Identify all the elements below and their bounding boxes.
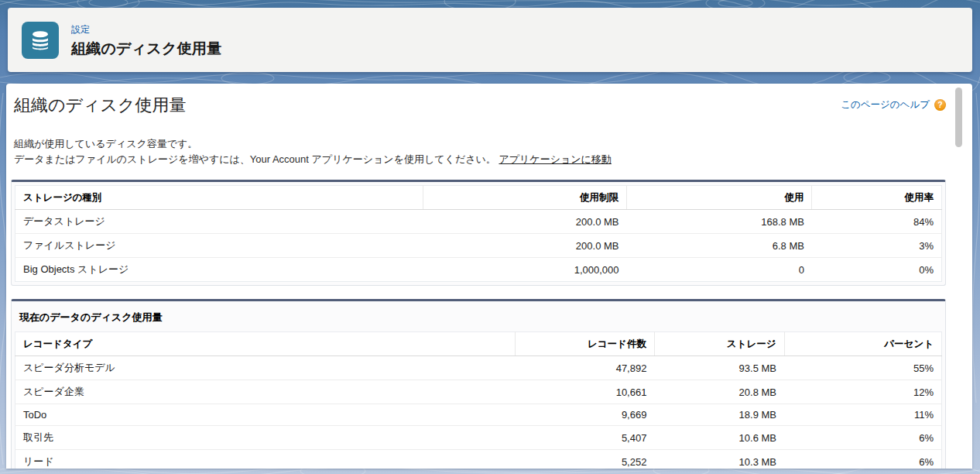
table-cell: データストレージ [15,210,423,234]
table-row: Big Objects ストレージ1,000,00000% [15,258,942,282]
table-cell: 6.8 MB [627,234,812,258]
setup-header-card: 設定 組織のディスク使用量 [8,8,972,72]
table-cell: 200.0 MB [423,210,626,234]
records-table: レコードタイプレコード件数ストレージパーセントスピーダ分析モデル47,89293… [15,331,942,469]
storage-database-icon [22,22,59,59]
data-usage-section: 現在のデータのディスク使用量 レコードタイプレコード件数ストレージパーセントスピ… [11,299,946,469]
table-row: リード5,25210.3 MB6% [15,450,942,469]
table-cell: 10,661 [516,380,655,404]
data-usage-section-title: 現在のデータのディスク使用量 [15,304,942,331]
help-icon[interactable]: ? [934,99,946,111]
table-cell: 47,892 [516,356,655,380]
table-row: 取引先5,40710.6 MB6% [15,426,942,450]
table-cell: 10.3 MB [654,450,784,469]
table-row: ToDo9,66918.9 MB11% [15,404,942,426]
storage-table: ストレージの種別使用制限使用使用率データストレージ200.0 MB168.8 M… [15,185,942,282]
table-cell: 18.9 MB [654,404,784,426]
column-header: 使用率 [812,186,942,210]
table-cell: 200.0 MB [423,234,626,258]
table-header-row: レコードタイプレコード件数ストレージパーセント [15,332,942,356]
table-cell: スピーダ分析モデル [15,356,516,380]
table-cell: 6% [784,426,942,450]
table-cell: 168.8 MB [627,210,812,234]
storage-summary-section: ストレージの種別使用制限使用使用率データストレージ200.0 MB168.8 M… [11,180,946,286]
description-line-1: 組織が使用しているディスク容量です。 [14,136,972,152]
main-panel: 組織のディスク使用量 このページのヘルプ ? 組織が使用しているディスク容量です… [6,84,972,469]
table-cell: 6% [784,450,942,469]
description-text: データまたはファイルのストレージを増やすには、Your Account アプリケ… [14,153,496,165]
table-row: データストレージ200.0 MB168.8 MB84% [15,210,942,234]
column-header: ストレージ [654,332,784,356]
table-row: スピーダ分析モデル47,89293.5 MB55% [15,356,942,380]
table-cell: 12% [784,380,942,404]
column-header: レコードタイプ [15,332,516,356]
help-area: このページのヘルプ ? [841,98,946,112]
table-cell: 3% [812,234,942,258]
table-cell: 55% [784,356,942,380]
table-cell: ファイルストレージ [15,234,423,258]
table-cell: 5,252 [516,450,655,469]
table-cell: 0% [812,258,942,282]
table-row: ファイルストレージ200.0 MB6.8 MB3% [15,234,942,258]
page-title: 組織のディスク使用量 [14,94,972,117]
table-cell: 0 [627,258,812,282]
table-cell: 20.8 MB [654,380,784,404]
table-cell: 5,407 [516,426,655,450]
breadcrumb-setup-link[interactable]: 設定 [71,23,90,36]
go-to-application-link[interactable]: アプリケーションに移動 [499,153,611,165]
column-header: 使用制限 [423,186,626,210]
table-cell: 93.5 MB [654,356,784,380]
table-cell: 1,000,000 [423,258,626,282]
column-header: ストレージの種別 [15,186,423,210]
column-header: パーセント [784,332,942,356]
table-header-row: ストレージの種別使用制限使用使用率 [15,186,942,210]
database-icon [29,29,52,52]
page-description: 組織が使用しているディスク容量です。 データまたはファイルのストレージを増やすに… [14,136,972,167]
table-cell: 84% [812,210,942,234]
column-header: レコード件数 [516,332,655,356]
header-page-title: 組織のディスク使用量 [71,39,221,59]
table-cell: 取引先 [15,426,516,450]
table-cell: Big Objects ストレージ [15,258,423,282]
description-line-2: データまたはファイルのストレージを増やすには、Your Account アプリケ… [14,152,972,167]
help-link[interactable]: このページのヘルプ [841,98,930,112]
scrollbar-thumb[interactable] [955,88,962,147]
scrollbar[interactable] [955,85,962,467]
header-title-group: 設定 組織のディスク使用量 [71,22,221,59]
table-cell: ToDo [15,404,516,426]
table-cell: 10.6 MB [654,426,784,450]
table-cell: 9,669 [516,404,655,426]
column-header: 使用 [627,186,812,210]
table-cell: リード [15,450,516,469]
table-row: スピーダ企業10,66120.8 MB12% [15,380,942,404]
page-background: { "header": { "breadcrumb": "設定", "title… [0,0,980,474]
table-cell: 11% [784,404,942,426]
table-cell: スピーダ企業 [15,380,516,404]
